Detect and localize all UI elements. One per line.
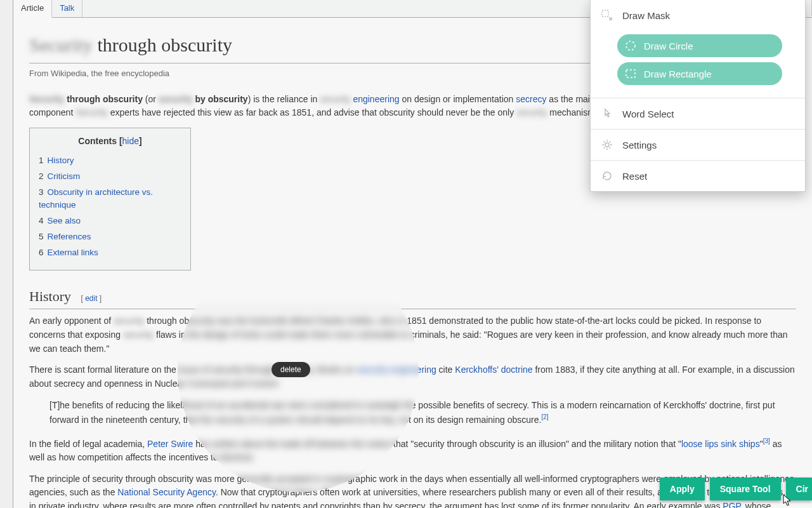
- table-of-contents: Contents [hide] 1History 2Criticism 3Obs…: [29, 128, 191, 271]
- draw-circle-button[interactable]: Draw Circle: [617, 34, 782, 57]
- panel-word-select-label: Word Select: [622, 109, 674, 119]
- svg-rect-0: [602, 10, 608, 17]
- panel-reset-label: Reset: [622, 171, 647, 182]
- rectangle-icon: [625, 68, 636, 79]
- tab-article[interactable]: Article: [13, 0, 52, 18]
- panel-word-select[interactable]: Word Select: [591, 98, 805, 129]
- link-security-engineering[interactable]: security engineering: [320, 94, 399, 104]
- ref-2[interactable]: [2]: [541, 413, 548, 420]
- link-nsa[interactable]: National Security Agency: [117, 487, 216, 497]
- link-pgp[interactable]: PGP: [723, 501, 740, 508]
- gear-icon: [601, 138, 613, 151]
- toc-item[interactable]: 1History: [39, 153, 181, 169]
- link-kerckhoffs[interactable]: Kerckhoffs' doctrine: [455, 364, 532, 375]
- panel-settings-label: Settings: [622, 140, 657, 150]
- panel-draw-mask[interactable]: Draw Mask: [591, 0, 805, 30]
- section-edit[interactable]: [ edit ]: [81, 294, 102, 303]
- history-p1: An early opponent of security through ob…: [29, 314, 796, 356]
- link-loose-lips[interactable]: loose lips sink ships: [681, 438, 760, 448]
- mask-icon: [601, 9, 613, 22]
- panel-settings[interactable]: Settings: [591, 129, 805, 160]
- svg-point-3: [605, 143, 609, 147]
- history-p3: In the field of legal academia, Peter Sw…: [29, 436, 796, 465]
- panel-reset[interactable]: Reset: [591, 160, 805, 191]
- panel-draw-mask-label: Draw Mask: [622, 10, 670, 21]
- link-peter-swire[interactable]: Peter Swire: [147, 438, 193, 448]
- toc-item[interactable]: 3Obscurity in architecture vs. technique: [39, 185, 181, 214]
- draw-circle-label: Draw Circle: [644, 41, 693, 51]
- title-blurred-word: Security: [29, 34, 93, 55]
- bottom-toolbar: Apply Square Tool Cir: [660, 478, 812, 500]
- square-tool-button[interactable]: Square Tool: [710, 478, 781, 500]
- delete-mask-button[interactable]: delete: [272, 362, 310, 377]
- blockquote: [T]he benefits of reducing the likelihoo…: [49, 399, 796, 427]
- link-secrecy[interactable]: secrecy: [516, 94, 546, 104]
- section-history: History [ edit ]: [29, 286, 796, 309]
- toc-title: Contents [hide]: [39, 135, 181, 149]
- svg-point-1: [626, 41, 635, 50]
- history-p2: There is scant formal literature on the …: [29, 363, 796, 391]
- draw-rectangle-label: Draw Rectangle: [644, 69, 712, 79]
- circle-icon: [625, 40, 636, 51]
- circle-tool-button[interactable]: Cir: [786, 478, 812, 500]
- tools-panel: Draw Mask Draw Circle Draw Rectangle Wor…: [590, 0, 806, 192]
- draw-rectangle-button[interactable]: Draw Rectangle: [617, 62, 782, 85]
- pointer-icon: [601, 107, 613, 120]
- reset-icon: [601, 170, 613, 182]
- apply-button[interactable]: Apply: [660, 478, 705, 500]
- toc-item[interactable]: 4See also: [39, 213, 181, 229]
- toc-item[interactable]: 2Criticism: [39, 169, 181, 185]
- tab-talk[interactable]: Talk: [52, 0, 82, 17]
- link-sec-eng[interactable]: security engineering: [357, 364, 436, 375]
- svg-rect-2: [626, 70, 635, 77]
- ref-3[interactable]: [3]: [763, 438, 770, 444]
- toc-hide[interactable]: hide: [122, 136, 139, 146]
- toc-item[interactable]: 6External links: [39, 245, 181, 261]
- toc-item[interactable]: 5References: [39, 229, 181, 245]
